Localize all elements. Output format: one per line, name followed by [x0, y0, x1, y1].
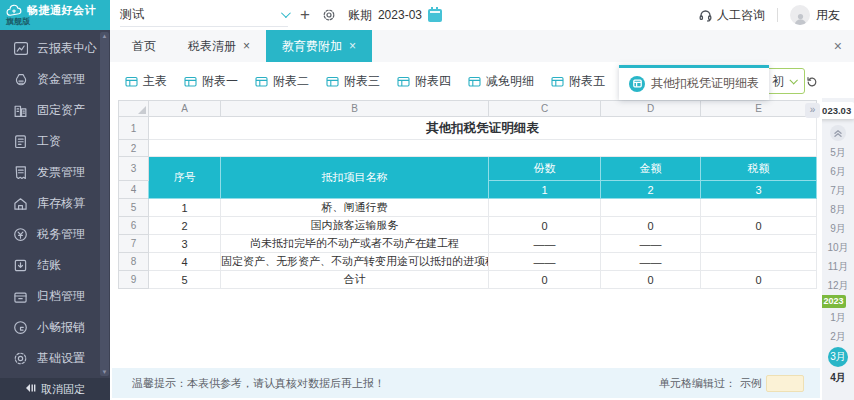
- header-col-num[interactable]: 2: [601, 181, 701, 199]
- sheet-button-附表二[interactable]: 附表二: [255, 73, 309, 90]
- cell-seq[interactable]: 1: [149, 199, 221, 217]
- cell-name[interactable]: 桥、闸通行费: [221, 199, 489, 217]
- cell-value[interactable]: [601, 199, 701, 217]
- row-number[interactable]: 6: [119, 217, 149, 235]
- add-account-button[interactable]: +: [300, 8, 310, 22]
- timeline-up-button[interactable]: [830, 125, 846, 141]
- cell-value[interactable]: 0: [701, 271, 817, 289]
- month-item-12月[interactable]: 12月: [827, 276, 848, 295]
- cell-value[interactable]: [489, 199, 601, 217]
- cell-name[interactable]: 国内旅客运输服务: [221, 217, 489, 235]
- col-header[interactable]: D: [601, 101, 701, 117]
- cell-seq[interactable]: 4: [149, 253, 221, 271]
- month-item-6月[interactable]: 6月: [830, 162, 846, 181]
- row-number[interactable]: 9: [119, 271, 149, 289]
- cell-value[interactable]: 0: [489, 217, 601, 235]
- row-number[interactable]: 5: [119, 199, 149, 217]
- manual-consult-button[interactable]: 人工咨询: [699, 7, 765, 24]
- user-menu[interactable]: 用友: [790, 5, 840, 25]
- cell-value[interactable]: ——: [601, 235, 701, 253]
- month-item-8月[interactable]: 8月: [830, 200, 846, 219]
- cell-name[interactable]: 合计: [221, 271, 489, 289]
- cell-value[interactable]: 0: [601, 271, 701, 289]
- cell-value[interactable]: ——: [489, 235, 601, 253]
- header-tax[interactable]: 税额: [701, 157, 817, 181]
- sheet-button-附表四[interactable]: 附表四: [397, 73, 451, 90]
- settings-gear-icon[interactable]: [322, 8, 336, 22]
- header-seq[interactable]: 序号: [149, 157, 221, 199]
- cell-value[interactable]: ——: [601, 253, 701, 271]
- month-item-3月[interactable]: 3月: [828, 347, 848, 367]
- col-header[interactable]: A: [149, 101, 221, 117]
- month-item-10月[interactable]: 10月: [827, 238, 848, 257]
- header-copies[interactable]: 份数: [489, 157, 601, 181]
- row-number[interactable]: 7: [119, 235, 149, 253]
- close-panel-icon[interactable]: ×: [834, 38, 842, 54]
- sidebar-item-warehouse[interactable]: 库存核算: [0, 188, 110, 219]
- cell-seq[interactable]: 3: [149, 235, 221, 253]
- sheet-button-附表五[interactable]: 附表五: [551, 73, 605, 90]
- select-all-corner[interactable]: [119, 101, 149, 117]
- cell-seq[interactable]: 2: [149, 217, 221, 235]
- row-number[interactable]: 1: [119, 117, 149, 140]
- cell-value[interactable]: 0: [489, 271, 601, 289]
- unpin-sidebar-button[interactable]: 取消固定: [0, 378, 110, 400]
- sheet-button-减免明细[interactable]: 减免明细: [468, 73, 534, 90]
- cell-value[interactable]: [701, 199, 817, 217]
- sheet-title[interactable]: 其他扣税凭证明细表: [149, 117, 817, 140]
- cell-value[interactable]: 0: [601, 217, 701, 235]
- cell-value[interactable]: ——: [489, 253, 601, 271]
- calendar-icon[interactable]: [428, 9, 442, 22]
- month-item-11月[interactable]: 11月: [828, 257, 848, 276]
- month-item-1月[interactable]: 1月: [830, 308, 846, 327]
- sidebar-item-report-chart[interactable]: 云报表中心: [0, 33, 110, 64]
- month-item-5月[interactable]: 5月: [830, 143, 846, 162]
- active-sheet-tab[interactable]: 其他扣税凭证明细表: [619, 65, 769, 100]
- sheet-button-附表三[interactable]: 附表三: [326, 73, 380, 90]
- sidebar-item-archive[interactable]: 归档管理: [0, 281, 110, 312]
- row-number[interactable]: 2: [119, 140, 149, 157]
- row-number[interactable]: 3: [119, 157, 149, 181]
- blank-cell[interactable]: [149, 140, 817, 157]
- sidebar-item-tax[interactable]: 税务管理: [0, 219, 110, 250]
- header-col-num[interactable]: 1: [489, 181, 601, 199]
- header-col-num[interactable]: 3: [701, 181, 817, 199]
- tab-税表清册[interactable]: 税表清册×: [172, 30, 266, 62]
- period-value[interactable]: 2023-03: [378, 8, 422, 22]
- col-header[interactable]: C: [489, 101, 601, 117]
- cell-value[interactable]: [701, 235, 817, 253]
- header-amount[interactable]: 金额: [601, 157, 701, 181]
- header-name[interactable]: 抵扣项目名称: [221, 157, 489, 199]
- sidebar-item-closing-book[interactable]: 结账: [0, 250, 110, 281]
- month-item-4月[interactable]: 4月: [830, 368, 846, 387]
- company-select[interactable]: 测试: [120, 3, 288, 27]
- cell-name[interactable]: 尚未抵扣完毕的不动产或者不动产在建工程: [221, 235, 489, 253]
- cell-value[interactable]: [701, 253, 817, 271]
- sheet-button-附表一[interactable]: 附表一: [184, 73, 238, 90]
- cell-seq[interactable]: 5: [149, 271, 221, 289]
- row-number[interactable]: 4: [119, 181, 149, 199]
- month-item-9月[interactable]: 9月: [830, 219, 846, 238]
- sidebar-item-money-bag[interactable]: 资金管理: [0, 64, 110, 95]
- sidebar-item-gear[interactable]: 基础设置: [0, 343, 110, 374]
- sidebar-item-reimburse-g[interactable]: 小畅报销: [0, 312, 110, 343]
- sidebar-item-invoice[interactable]: 发票管理: [0, 157, 110, 188]
- sidebar-item-building[interactable]: 固定资产: [0, 95, 110, 126]
- month-item-7月[interactable]: 7月: [830, 181, 846, 200]
- col-header[interactable]: E: [701, 101, 817, 117]
- month-item-2月[interactable]: 2月: [830, 327, 846, 346]
- expand-columns-icon[interactable]: »: [805, 103, 820, 118]
- sheet-button-主表[interactable]: 主表: [125, 73, 167, 90]
- sidebar-item-salary-doc[interactable]: 工资: [0, 126, 110, 157]
- tab-首页[interactable]: 首页: [116, 30, 172, 62]
- cell-name[interactable]: 固定资产、无形资产、不动产转变用途可以抵扣的进项税额: [221, 253, 489, 271]
- scroll-up-icon[interactable]: ▲: [102, 33, 108, 39]
- row-number[interactable]: 8: [119, 253, 149, 271]
- col-header[interactable]: B: [221, 101, 489, 117]
- tab-close-icon[interactable]: ×: [243, 39, 250, 53]
- sidebar-scrollbar[interactable]: ▲ ▼: [100, 32, 109, 376]
- current-period-pill[interactable]: 2023.03: [822, 102, 854, 119]
- scroll-down-icon[interactable]: ▼: [102, 369, 108, 375]
- tab-教育费附加[interactable]: 教育费附加×: [266, 30, 372, 62]
- tab-close-icon[interactable]: ×: [349, 39, 356, 53]
